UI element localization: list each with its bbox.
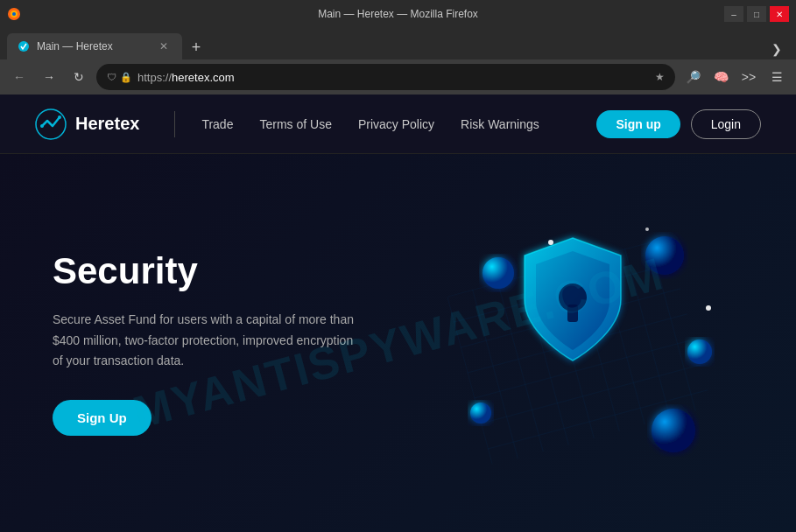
toolbar-icons: 🔎 🧠 >> ☰ [680, 65, 789, 89]
bookmarks-icon[interactable]: 🔎 [680, 65, 705, 89]
svg-point-16 [706, 305, 711, 311]
hero-illustration [411, 194, 743, 492]
url-protocol: https:// [137, 71, 172, 84]
svg-point-11 [645, 236, 684, 275]
hero-signup-button[interactable]: Sign Up [53, 400, 151, 436]
tab-title: Main — Heretex [37, 40, 149, 52]
title-bar: Main — Heretex — Mozilla Firefox – □ ✕ [0, 0, 796, 28]
hero-section: Security Secure Asset Fund for users wit… [0, 154, 796, 532]
svg-rect-9 [567, 304, 578, 322]
menu-icon[interactable]: ☰ [764, 65, 789, 89]
hero-title: Security [53, 250, 363, 292]
nav-bar: ← → ↻ 🛡 🔒 https://heretex.com ★ 🔎 🧠 >> ☰ [0, 60, 796, 94]
address-icons: 🛡 🔒 [107, 72, 132, 83]
close-button[interactable]: ✕ [770, 6, 789, 22]
shield-icon: 🛡 [107, 72, 116, 82]
address-text: https://heretex.com [137, 71, 235, 84]
svg-point-10 [483, 257, 514, 289]
url-domain: heretex.com [172, 71, 235, 84]
more-tools-icon[interactable]: >> [736, 65, 761, 89]
new-tab-button[interactable]: + [184, 35, 208, 60]
nav-link-risk[interactable]: Risk Warnings [461, 117, 539, 131]
nav-divider [174, 111, 175, 137]
svg-point-6 [58, 116, 61, 119]
svg-point-12 [687, 340, 712, 364]
window-title: Main — Heretex — Mozilla Firefox [11, 8, 785, 20]
login-nav-button[interactable]: Login [691, 109, 761, 139]
tab-favicon [18, 40, 30, 52]
svg-point-3 [18, 41, 29, 52]
active-tab[interactable]: Main — Heretex ✕ [7, 33, 182, 60]
signup-nav-button[interactable]: Sign up [596, 110, 680, 138]
address-right-icons: ★ [655, 71, 665, 83]
extensions-icon[interactable]: 🧠 [708, 65, 733, 89]
nav-link-trade[interactable]: Trade [201, 117, 233, 131]
hero-content: Security Secure Asset Fund for users wit… [53, 250, 363, 436]
star-icon[interactable]: ★ [655, 71, 665, 83]
svg-point-15 [548, 240, 553, 245]
tab-overflow-button[interactable]: ❯ [764, 38, 789, 60]
window-controls: – □ ✕ [724, 6, 789, 22]
logo-text: Heretex [75, 114, 139, 134]
tab-bar: Main — Heretex ✕ + ❯ [0, 28, 796, 60]
minimize-button[interactable]: – [724, 6, 743, 22]
nav-actions: Sign up Login [596, 109, 761, 139]
website-content: Heretex Trade Terms of Use Privacy Polic… [0, 94, 796, 532]
svg-point-13 [652, 409, 695, 452]
nav-link-terms[interactable]: Terms of Use [259, 117, 331, 131]
reload-button[interactable]: ↻ [67, 65, 91, 89]
svg-point-17 [645, 228, 649, 231]
tab-close-button[interactable]: ✕ [156, 38, 172, 54]
nav-links: Trade Terms of Use Privacy Policy Risk W… [201, 117, 596, 131]
svg-point-2 [12, 12, 16, 16]
svg-point-14 [470, 402, 491, 424]
firefox-icon [7, 7, 21, 21]
address-bar[interactable]: 🛡 🔒 https://heretex.com ★ [96, 64, 675, 90]
svg-point-5 [40, 124, 44, 128]
back-button[interactable]: ← [7, 65, 32, 89]
nav-link-privacy[interactable]: Privacy Policy [358, 117, 434, 131]
hero-description: Secure Asset Fund for users with a capit… [53, 310, 363, 372]
site-navbar: Heretex Trade Terms of Use Privacy Polic… [0, 94, 796, 154]
maximize-button[interactable]: □ [747, 6, 766, 22]
forward-button[interactable]: → [37, 65, 61, 89]
lock-icon: 🔒 [120, 72, 132, 83]
site-logo[interactable]: Heretex [35, 108, 139, 140]
